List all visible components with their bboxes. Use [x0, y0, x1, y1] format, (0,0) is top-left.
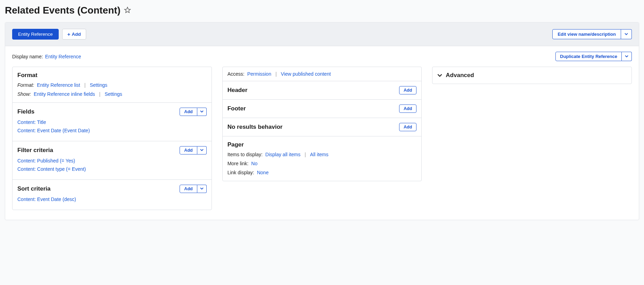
- format-label: Format:: [17, 82, 34, 88]
- filter-title: Filter criteria: [17, 147, 53, 154]
- pager-more-label: More link:: [228, 161, 249, 166]
- sort-title: Sort criteria: [17, 185, 50, 192]
- fields-title: Fields: [17, 108, 34, 115]
- chevron-down-icon: [200, 187, 204, 190]
- no-results-add-button[interactable]: Add: [399, 123, 416, 131]
- header-title: Header: [228, 87, 248, 94]
- pager-items-value[interactable]: Display all items: [265, 152, 300, 157]
- duplicate-display-dropdown[interactable]: [622, 52, 632, 61]
- section-footer: Footer Add: [223, 100, 422, 118]
- display-name-label: Display name:: [12, 54, 43, 59]
- display-tab-entity-reference[interactable]: Entity Reference: [12, 29, 59, 40]
- page-title: Related Events (Content): [5, 5, 121, 16]
- duplicate-display-button[interactable]: Duplicate Entity Reference: [555, 52, 622, 61]
- add-display-button[interactable]: + Add: [62, 29, 86, 40]
- separator: |: [83, 82, 87, 88]
- format-settings[interactable]: Settings: [90, 82, 107, 88]
- section-format: Format Format: Entity Reference list | S…: [13, 67, 212, 103]
- plus-icon: +: [67, 32, 71, 37]
- view-columns: Format Format: Entity Reference list | S…: [5, 64, 639, 220]
- section-pager: Pager Items to display: Display all item…: [223, 136, 422, 181]
- section-sort: Sort criteria Add Content: Event Date (d…: [13, 180, 212, 210]
- access-permission-value[interactable]: View published content: [281, 71, 331, 77]
- section-filter: Filter criteria Add Content: Published (…: [13, 141, 212, 180]
- column-1: Format Format: Entity Reference list | S…: [12, 67, 212, 210]
- advanced-title: Advanced: [446, 72, 474, 79]
- filter-item[interactable]: Content: Published (= Yes): [17, 158, 207, 164]
- access-label: Access:: [228, 71, 245, 77]
- edit-view-button[interactable]: Edit view name/description: [552, 29, 621, 39]
- section-fields: Fields Add Content: Title Content: Event…: [13, 103, 212, 141]
- access-permission[interactable]: Permission: [247, 71, 271, 77]
- displays-bar: Entity Reference + Add Edit view name/de…: [5, 23, 639, 46]
- svg-marker-0: [125, 7, 131, 12]
- advanced-toggle[interactable]: Advanced: [432, 67, 632, 84]
- chevron-down-icon: [437, 73, 442, 78]
- panel-access-header-footer-pager: Access: Permission | View published cont…: [222, 67, 422, 181]
- chevron-down-icon: [200, 110, 204, 113]
- separator: |: [98, 91, 102, 97]
- show-settings[interactable]: Settings: [105, 91, 122, 97]
- view-editor-card: Entity Reference + Add Edit view name/de…: [5, 22, 639, 220]
- pager-linkdisp-value[interactable]: None: [257, 170, 269, 175]
- field-item[interactable]: Content: Event Date (Event Date): [17, 128, 207, 133]
- sort-add-dropdown[interactable]: [197, 185, 207, 193]
- column-3: Advanced: [432, 67, 632, 84]
- show-value[interactable]: Entity Reference inline fields: [34, 91, 95, 97]
- field-item[interactable]: Content: Title: [17, 119, 207, 125]
- filter-item[interactable]: Content: Content type (= Event): [17, 166, 207, 172]
- filter-add-button[interactable]: Add: [180, 146, 197, 154]
- pager-items-value2[interactable]: All items: [310, 152, 329, 157]
- add-display-label: Add: [72, 32, 81, 37]
- show-label: Show:: [17, 91, 31, 97]
- panel-format-fields-filter-sort: Format Format: Entity Reference list | S…: [12, 67, 212, 210]
- section-format-title: Format: [17, 72, 207, 79]
- sort-add-button[interactable]: Add: [180, 185, 197, 193]
- section-header: Header Add: [223, 81, 422, 100]
- header-add-button[interactable]: Add: [399, 86, 416, 94]
- chevron-down-icon: [625, 55, 628, 58]
- sort-item[interactable]: Content: Event Date (desc): [17, 196, 207, 202]
- pager-title: Pager: [228, 141, 417, 148]
- page-header: Related Events (Content): [0, 0, 644, 22]
- chevron-down-icon: [200, 148, 204, 152]
- separator: |: [303, 152, 307, 157]
- pager-linkdisp-label: Link display:: [228, 170, 254, 175]
- footer-title: Footer: [228, 105, 246, 112]
- chevron-down-icon: [625, 32, 628, 36]
- star-icon[interactable]: [124, 7, 131, 15]
- pager-items-label: Items to display:: [228, 152, 263, 157]
- separator: |: [274, 71, 278, 77]
- fields-add-button[interactable]: Add: [180, 108, 197, 116]
- column-2: Access: Permission | View published cont…: [222, 67, 422, 181]
- display-name-value[interactable]: Entity Reference: [45, 54, 81, 59]
- section-no-results: No results behavior Add: [223, 118, 422, 136]
- section-access: Access: Permission | View published cont…: [223, 67, 422, 81]
- edit-view-dropdown[interactable]: [621, 29, 632, 39]
- fields-add-dropdown[interactable]: [197, 108, 207, 116]
- footer-add-button[interactable]: Add: [399, 104, 416, 113]
- display-name-row: Display name: Entity Reference Duplicate…: [5, 46, 639, 64]
- pager-more-value[interactable]: No: [251, 161, 257, 166]
- format-value[interactable]: Entity Reference list: [37, 82, 80, 88]
- filter-add-dropdown[interactable]: [197, 146, 207, 154]
- no-results-title: No results behavior: [228, 124, 283, 131]
